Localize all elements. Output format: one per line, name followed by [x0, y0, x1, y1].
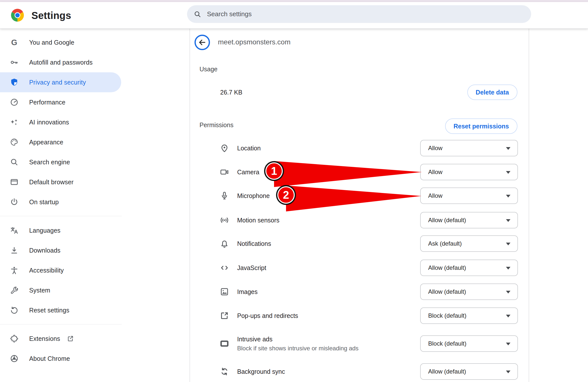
browser-icon — [9, 177, 19, 187]
permission-label: JavaScript — [237, 265, 266, 271]
sidebar-item-label: You and Google — [29, 39, 74, 46]
speedometer-icon — [9, 97, 19, 107]
permission-title: Location — [237, 145, 261, 152]
download-icon — [9, 245, 19, 255]
motion-sensors-dropdown[interactable]: Allow (default) — [420, 212, 518, 228]
sidebar-item-label: Extensions — [29, 335, 60, 342]
sidebar-item-on-startup[interactable]: On startup — [0, 192, 190, 212]
palette-icon — [9, 137, 19, 147]
sidebar-item-appearance[interactable]: Appearance — [0, 132, 190, 152]
back-button[interactable] — [195, 35, 210, 50]
camera-dropdown[interactable]: Allow — [420, 164, 518, 180]
notifications-dropdown[interactable]: Ask (default) — [420, 235, 518, 252]
permission-label: Notifications — [237, 241, 271, 247]
permissions-heading: Permissions — [199, 121, 233, 129]
delete-data-button[interactable]: Delete data — [467, 85, 517, 100]
sidebar-item-label: Default browser — [29, 179, 74, 186]
search-input[interactable] — [206, 10, 525, 18]
javascript-dropdown[interactable]: Allow (default) — [420, 260, 518, 276]
intrusive-ads-icon — [219, 339, 229, 349]
search-icon — [194, 10, 202, 18]
location-icon — [219, 143, 229, 153]
sidebar-item-label: Accessibility — [29, 267, 64, 274]
sidebar-item-privacy-and-security[interactable]: Privacy and security — [0, 72, 121, 92]
sidebar-item-label: About Chrome — [29, 355, 70, 362]
dropdown-selected-value: Allow (default) — [428, 264, 466, 271]
sidebar-item-performance[interactable]: Performance — [0, 92, 190, 112]
permission-title: Images — [237, 288, 258, 295]
chevron-down-icon — [506, 219, 510, 222]
pop-ups-and-redirects-dropdown[interactable]: Block (default) — [420, 307, 518, 324]
puzzle-icon — [9, 334, 19, 344]
permission-title: Camera — [237, 169, 259, 176]
dropdown-selected-value: Allow — [428, 169, 442, 176]
settings-sidebar: GYou and GoogleAutofill and passwordsPri… — [0, 28, 190, 382]
sidebar-item-reset-settings[interactable]: Reset settings — [0, 300, 190, 320]
permission-row-images: ImagesAllow (default) — [190, 280, 529, 303]
reset-permissions-button[interactable]: Reset permissions — [445, 118, 517, 134]
permission-title: Motion sensors — [237, 217, 280, 224]
sidebar-item-label: Privacy and security — [29, 79, 86, 86]
permission-label: Pop-ups and redirects — [237, 313, 298, 319]
background-sync-icon — [219, 367, 229, 377]
images-icon — [219, 287, 229, 297]
sidebar-item-label: Languages — [29, 227, 61, 234]
chevron-down-icon — [506, 243, 510, 245]
chevron-down-icon — [506, 291, 510, 293]
usage-heading: Usage — [199, 66, 217, 73]
sidebar-item-languages[interactable]: Languages — [0, 220, 190, 240]
permission-row-intrusive-ads: Intrusive adsBlock if site shows intrusi… — [190, 332, 529, 355]
sparkle-icon — [9, 117, 19, 127]
permission-row-location: LocationAllow — [190, 137, 529, 160]
permission-title: Intrusive ads — [237, 336, 273, 343]
chevron-down-icon — [506, 171, 510, 174]
intrusive-ads-dropdown[interactable]: Block (default) — [420, 335, 518, 352]
accessibility-icon — [9, 265, 19, 275]
sidebar-item-system[interactable]: System — [0, 280, 190, 300]
permission-label: Images — [237, 289, 258, 295]
sidebar-item-you-and-google[interactable]: GYou and Google — [0, 32, 190, 52]
permission-label: Intrusive adsBlock if site shows intrusi… — [237, 336, 359, 351]
sidebar-item-default-browser[interactable]: Default browser — [0, 172, 190, 192]
sidebar-item-extensions[interactable]: Extensions — [0, 329, 190, 349]
permission-title: Notifications — [237, 240, 271, 247]
microphone-dropdown[interactable]: Allow — [420, 188, 518, 204]
permission-subtitle: Block if site shows intrusive or mislead… — [237, 345, 359, 351]
dropdown-selected-value: Block (default) — [428, 312, 466, 319]
sidebar-item-search-engine[interactable]: Search engine — [0, 152, 190, 172]
microphone-icon — [219, 191, 229, 201]
sidebar-item-accessibility[interactable]: Accessibility — [0, 260, 190, 280]
images-dropdown[interactable]: Allow (default) — [420, 284, 518, 300]
motion-sensors-icon — [219, 215, 229, 225]
permission-row-background-sync: Background syncAllow (default) — [190, 360, 529, 382]
sidebar-item-about-chrome[interactable]: About Chrome — [0, 349, 190, 369]
svg-text:G: G — [11, 38, 17, 47]
popup-redirect-icon — [219, 311, 229, 321]
background-sync-dropdown[interactable]: Allow (default) — [420, 363, 518, 380]
translate-icon — [9, 225, 19, 235]
sidebar-item-label: System — [29, 287, 50, 294]
permission-label: Location — [237, 145, 261, 151]
search-icon — [9, 157, 19, 167]
permission-label: Motion sensors — [237, 217, 280, 223]
location-dropdown[interactable]: Allow — [420, 140, 518, 156]
sidebar-divider — [0, 324, 122, 324]
settings-search-bar[interactable] — [187, 5, 531, 23]
sidebar-item-autofill-and-passwords[interactable]: Autofill and passwords — [0, 52, 190, 72]
sidebar-item-downloads[interactable]: Downloads — [0, 240, 190, 260]
sidebar-item-ai-innovations[interactable]: AI innovations — [0, 112, 190, 132]
permission-title: Background sync — [237, 368, 285, 375]
permission-row-motion-sensors: Motion sensorsAllow (default) — [190, 209, 529, 232]
chrome-outline-icon — [9, 354, 19, 364]
sidebar-item-label: On startup — [29, 198, 59, 206]
sidebar-item-label: AI innovations — [29, 119, 69, 126]
wrench-icon — [9, 285, 19, 295]
dropdown-selected-value: Allow (default) — [428, 217, 466, 224]
permission-label: Camera — [237, 169, 259, 175]
external-link-icon — [67, 335, 74, 342]
chrome-settings-window: { "colors": { "accent_blue": "#1a6ce3", … — [0, 0, 588, 382]
permission-row-microphone: MicrophoneAllow — [190, 184, 529, 207]
google-g-icon: G — [9, 37, 19, 47]
notifications-icon — [219, 239, 229, 249]
dropdown-selected-value: Allow — [428, 192, 442, 199]
